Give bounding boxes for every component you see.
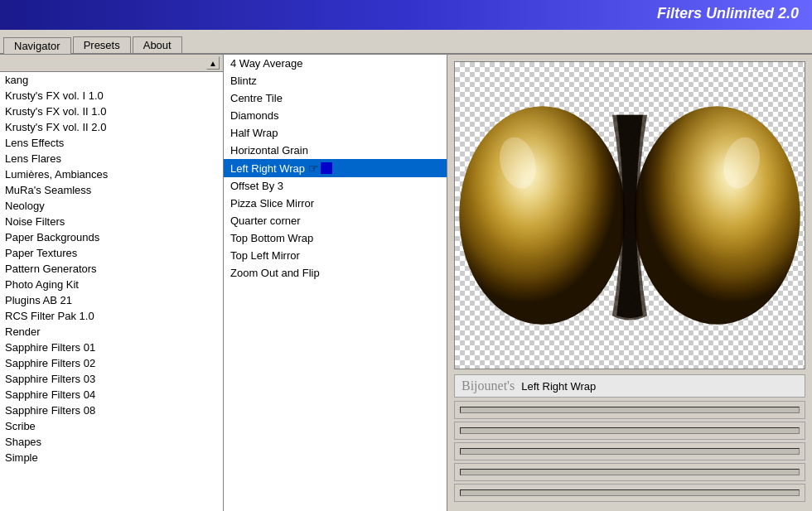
tab-about[interactable]: About [133, 36, 182, 53]
category-item-18[interactable]: Sapphire Filters 02 [0, 355, 223, 371]
category-item-7[interactable]: MuRa's Seamless [0, 182, 223, 198]
preview-image-area [454, 61, 805, 369]
category-item-13[interactable]: Photo Aging Kit [0, 277, 223, 292]
filter-item-7[interactable]: Offset By 3 [224, 177, 447, 195]
filter-item-5[interactable]: Horizontal Grain [224, 142, 447, 159]
param-slider-4[interactable] [460, 469, 800, 475]
category-item-23[interactable]: Shapes [0, 434, 223, 450]
category-item-8[interactable]: Neology [0, 198, 223, 214]
category-item-22[interactable]: Scribe [0, 418, 223, 434]
filter-item-12[interactable]: Zoom Out and Flip [224, 264, 447, 282]
panel-header: ▲ [0, 55, 223, 72]
svg-point-3 [459, 106, 625, 325]
category-item-17[interactable]: Sapphire Filters 01 [0, 340, 223, 355]
main-content: ▲ kangKrusty's FX vol. I 1.0Krusty's FX … [0, 55, 812, 511]
category-item-6[interactable]: Lumières, Ambiances [0, 166, 223, 182]
active-filter-name: Left Right Wrap [521, 380, 596, 393]
param-slider-1[interactable] [460, 407, 800, 413]
param-slider-2[interactable] [460, 427, 800, 434]
category-item-12[interactable]: Pattern Generators [0, 261, 223, 277]
category-panel: ▲ kangKrusty's FX vol. I 1.0Krusty's FX … [0, 55, 224, 511]
preview-panel: Bijounet's Left Right Wrap [447, 55, 812, 511]
category-list[interactable]: kangKrusty's FX vol. I 1.0Krusty's FX vo… [0, 72, 223, 511]
category-item-1[interactable]: Krusty's FX vol. I 1.0 [0, 88, 223, 104]
category-item-9[interactable]: Noise Filters [0, 214, 223, 229]
preview-svg [455, 62, 805, 369]
filter-item-2[interactable]: Centre Tile [224, 89, 447, 107]
info-bar: Bijounet's Left Right Wrap [454, 374, 805, 398]
filter-item-9[interactable]: Quarter corner [224, 212, 447, 229]
category-item-15[interactable]: RCS Filter Pak 1.0 [0, 308, 223, 324]
title-bar: Filters Unlimited 2.0 [0, 0, 812, 30]
filter-item-11[interactable]: Top Left Mirror [224, 247, 447, 264]
filter-item-10[interactable]: Top Bottom Wrap [224, 229, 447, 247]
category-item-0[interactable]: kang [0, 72, 223, 88]
category-item-19[interactable]: Sapphire Filters 03 [0, 371, 223, 387]
category-item-11[interactable]: Paper Textures [0, 245, 223, 261]
tab-presets[interactable]: Presets [73, 36, 131, 53]
app-title: Filters Unlimited 2.0 [657, 5, 799, 22]
filter-item-4[interactable]: Half Wrap [224, 124, 447, 142]
param-row-1 [454, 401, 805, 419]
param-row-4 [454, 463, 805, 481]
filter-item-6[interactable]: Left Right Wrap☞ [224, 159, 447, 177]
category-item-3[interactable]: Krusty's FX vol. II 2.0 [0, 119, 223, 135]
scroll-up-button[interactable]: ▲ [206, 56, 220, 70]
tab-navigator[interactable]: Navigator [3, 37, 71, 54]
signature: Bijounet's [462, 378, 515, 393]
category-item-5[interactable]: Lens Flares [0, 151, 223, 166]
param-slider-3[interactable] [460, 448, 800, 455]
param-row-2 [454, 422, 805, 440]
filter-panel: 4 Way AverageBlintzCentre TileDiamondsHa… [224, 55, 447, 511]
param-row-3 [454, 442, 805, 460]
category-item-14[interactable]: Plugins AB 21 [0, 292, 223, 308]
category-item-21[interactable]: Sapphire Filters 08 [0, 403, 223, 418]
category-item-10[interactable]: Paper Backgrounds [0, 229, 223, 245]
tab-bar: Navigator Presets About [0, 30, 812, 55]
filter-item-3[interactable]: Diamonds [224, 107, 447, 124]
category-item-2[interactable]: Krusty's FX vol. II 1.0 [0, 104, 223, 119]
filter-item-0[interactable]: 4 Way Average [224, 55, 447, 72]
filter-item-8[interactable]: Pizza Slice Mirror [224, 195, 447, 212]
category-item-24[interactable]: Simple [0, 450, 223, 465]
category-item-16[interactable]: Render [0, 324, 223, 340]
param-slider-5[interactable] [460, 489, 800, 496]
category-item-4[interactable]: Lens Effects [0, 135, 223, 151]
svg-point-6 [634, 106, 800, 325]
param-row-5 [454, 484, 805, 502]
filter-list[interactable]: 4 Way AverageBlintzCentre TileDiamondsHa… [224, 55, 447, 511]
filter-item-1[interactable]: Blintz [224, 72, 447, 89]
category-item-20[interactable]: Sapphire Filters 04 [0, 387, 223, 403]
